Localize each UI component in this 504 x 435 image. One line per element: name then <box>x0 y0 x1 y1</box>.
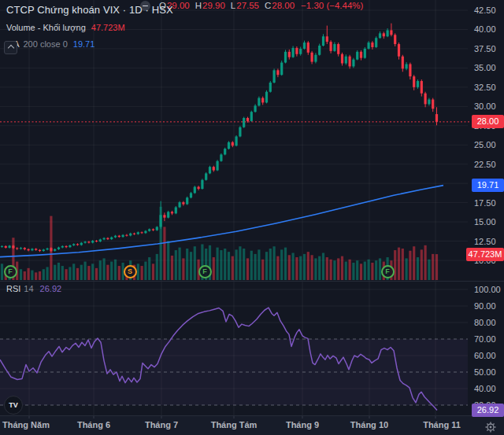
rsi-axis-label: 40.00 <box>474 383 504 394</box>
rsi-period: 14 <box>24 284 33 293</box>
rsi-indicator-label[interactable]: RSI <box>6 284 20 293</box>
price-axis-label: 40.00 <box>474 24 504 35</box>
trading-chart-window: CTCP Chứng khoán VIX · 1D · HSX Volume -… <box>0 0 504 435</box>
price-axis-label: 42.50 <box>474 5 504 16</box>
time-axis-label: Tháng 10 <box>338 420 401 429</box>
rsi-axis-label: 50.00 <box>474 367 504 378</box>
time-axis-label: Tháng 11 <box>410 420 473 429</box>
rsi-axis-label: 60.00 <box>474 350 504 361</box>
price-axis-label: 15.00 <box>474 216 504 227</box>
price-axis-label: 35.00 <box>474 62 504 73</box>
rsi-legend: RSI 14 26.92 <box>6 284 61 293</box>
time-axis-label: Tháng Năm <box>0 420 57 429</box>
volume-layer <box>1 207 438 280</box>
time-axis-label: Tháng 9 <box>271 420 334 429</box>
price-axis-label: 37.50 <box>474 43 504 54</box>
symbol-title[interactable]: CTCP Chứng khoán VIX · 1D · HSX <box>6 4 173 16</box>
rsi-value-badge: 26.92 <box>472 404 504 417</box>
rsi-axis-label: 80.00 <box>474 317 504 328</box>
volume-indicator-value: 47.723M <box>91 23 125 32</box>
event-marker-f[interactable]: F <box>381 265 395 278</box>
candles-layer <box>1 24 438 253</box>
gear-icon[interactable] <box>484 421 497 433</box>
price-axis-label: 22.50 <box>474 159 504 170</box>
price-axis-label: 17.50 <box>474 197 504 208</box>
event-marker-f[interactable]: F <box>4 265 17 278</box>
volume-indicator-label[interactable]: Volume - Khối lượng <box>6 23 86 32</box>
last-price-badge: 28.00 <box>472 115 504 128</box>
volume-value-badge: 47.723M <box>466 248 504 261</box>
price-axis-label: 32.50 <box>474 82 504 93</box>
time-axis-label: Tháng Tám <box>202 420 265 429</box>
rsi-axis-label: 100.00 <box>474 284 504 295</box>
chevron-up-icon <box>7 45 13 51</box>
price-axis-label: 12.50 <box>474 236 504 247</box>
ma-value-badge: 19.71 <box>472 179 504 192</box>
rsi-axis-label: 70.00 <box>474 334 504 345</box>
rsi-value: 26.92 <box>40 284 62 293</box>
time-axis-label: Tháng 7 <box>130 420 193 429</box>
symbol-legend: CTCP Chứng khoán VIX · 1D · HSX Volume -… <box>6 4 173 49</box>
tradingview-logo[interactable]: TV <box>4 396 23 415</box>
event-marker-f[interactable]: F <box>198 265 212 278</box>
event-marker-s[interactable]: S <box>124 265 137 278</box>
rsi-axis-label: 90.00 <box>474 300 504 312</box>
ma-indicator-value: 19.71 <box>73 39 95 49</box>
legend-expand-button[interactable] <box>4 41 17 54</box>
price-axis-label: 25.00 <box>474 139 504 150</box>
chart-canvas[interactable] <box>0 0 504 435</box>
price-axis-label: 30.00 <box>474 101 504 112</box>
time-axis-label: Tháng 6 <box>62 420 125 429</box>
ma-indicator-params: 200 close 0 <box>24 39 68 49</box>
